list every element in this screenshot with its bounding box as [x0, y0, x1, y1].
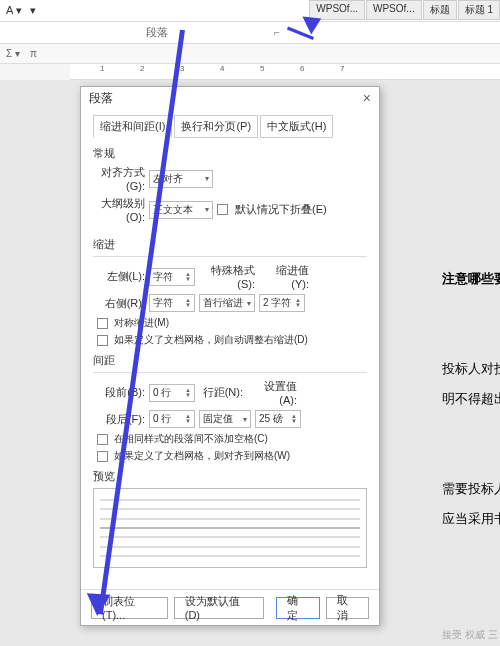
section-indent: 缩进: [93, 237, 367, 252]
outline-select[interactable]: 正文文本▾: [149, 201, 213, 219]
font-color-icon[interactable]: A ▾: [4, 4, 24, 17]
format-toolbar: A ▾ ▾ WPSOf... WPSOf... 标题 标题 1: [0, 0, 500, 22]
ruler-tick: 2: [140, 64, 144, 73]
right-indent-label: 右侧(R):: [93, 296, 145, 311]
before-label: 段前(B):: [93, 385, 145, 400]
by-label: 缩进值(Y):: [259, 263, 309, 290]
special-select[interactable]: 首行缩进▾: [199, 294, 255, 312]
horizontal-ruler[interactable]: 1 2 3 4 5 6 7: [70, 64, 500, 80]
collapse-label: 默认情况下折叠(E): [235, 202, 327, 217]
after-spinner[interactable]: 0 行▲▼: [149, 410, 195, 428]
group-label-paragraph: 段落: [146, 25, 168, 40]
document-text: 投标人对投标: [442, 360, 500, 378]
section-general: 常规: [93, 146, 367, 161]
formula-bar: Σ ▾ π: [0, 44, 500, 64]
same-style-checkbox[interactable]: [97, 434, 108, 445]
ruler-tick: 7: [340, 64, 344, 73]
style-tab[interactable]: WPSOf...: [309, 0, 365, 20]
right-indent-spinner[interactable]: 字符▲▼: [149, 294, 195, 312]
ruler-tick: 3: [180, 64, 184, 73]
watermark: 接受 权威 三: [442, 628, 498, 642]
paragraph-dialog: 段落 × 缩进和间距(I) 换行和分页(P) 中文版式(H) 常规 对齐方式(G…: [80, 86, 380, 626]
at-spinner[interactable]: 25 磅▲▼: [255, 410, 301, 428]
at-label: 设置值(A):: [247, 379, 297, 406]
cancel-button[interactable]: 取消: [326, 597, 369, 619]
tab-line-page-breaks[interactable]: 换行和分页(P): [174, 115, 258, 138]
outline-label: 大纲级别(O):: [93, 196, 145, 223]
special-label: 特殊格式(S):: [199, 263, 255, 290]
auto-right-indent-label: 如果定义了文档网格，则自动调整右缩进(D): [114, 333, 308, 347]
section-spacing: 间距: [93, 353, 367, 368]
dialog-launcher-icon[interactable]: ⌐: [274, 27, 280, 38]
alignment-select[interactable]: 左对齐▾: [149, 170, 213, 188]
ok-button[interactable]: 确定: [276, 597, 319, 619]
close-icon[interactable]: ×: [363, 90, 371, 106]
style-tabs: WPSOf... WPSOf... 标题 标题 1: [309, 0, 500, 20]
preview-box: [93, 488, 367, 568]
alignment-label: 对齐方式(G):: [93, 165, 145, 192]
after-label: 段后(F):: [93, 412, 145, 427]
document-text: 明不得超出投: [442, 390, 500, 408]
sum-icon[interactable]: Σ ▾: [6, 48, 20, 59]
ruler-tick: 4: [220, 64, 224, 73]
document-text: 注意哪些要点: [442, 270, 500, 288]
snap-grid-label: 如果定义了文档网格，则对齐到网格(W): [114, 449, 290, 463]
tab-indent-spacing[interactable]: 缩进和间距(I): [93, 115, 172, 138]
dialog-title: 段落: [89, 90, 113, 107]
by-spinner[interactable]: 2 字符▲▼: [259, 294, 305, 312]
chevron-down-icon: ▾: [205, 205, 209, 214]
tabs-button[interactable]: 制表位(T)...: [91, 597, 168, 619]
pi-icon[interactable]: π: [30, 48, 37, 59]
dialog-titlebar: 段落 ×: [81, 87, 379, 109]
dialog-tabs: 缩进和间距(I) 换行和分页(P) 中文版式(H): [93, 115, 367, 138]
style-tab[interactable]: 标题: [423, 0, 457, 20]
snap-grid-checkbox[interactable]: [97, 451, 108, 462]
left-indent-spinner[interactable]: 字符▲▼: [149, 268, 195, 286]
collapse-checkbox[interactable]: [217, 204, 228, 215]
style-tab[interactable]: 标题 1: [458, 0, 500, 20]
document-text: 需要投标人作: [442, 480, 500, 498]
line-spacing-label: 行距(N):: [199, 385, 243, 400]
ruler-tick: 6: [300, 64, 304, 73]
same-style-label: 在相同样式的段落间不添加空格(C): [114, 432, 268, 446]
highlight-icon[interactable]: ▾: [28, 4, 38, 17]
section-preview: 预览: [93, 469, 367, 484]
chevron-down-icon: ▾: [205, 174, 209, 183]
set-default-button[interactable]: 设为默认值(D): [174, 597, 264, 619]
mirror-label: 对称缩进(M): [114, 316, 169, 330]
before-spinner[interactable]: 0 行▲▼: [149, 384, 195, 402]
mirror-checkbox[interactable]: [97, 318, 108, 329]
tab-asian-typography[interactable]: 中文版式(H): [260, 115, 333, 138]
document-text: 应当采用书面: [442, 510, 500, 528]
left-indent-label: 左侧(L):: [93, 269, 145, 284]
auto-right-indent-checkbox[interactable]: [97, 335, 108, 346]
ruler-tick: 1: [100, 64, 104, 73]
style-tab[interactable]: WPSOf...: [366, 0, 422, 20]
ruler-tick: 5: [260, 64, 264, 73]
ribbon-group-row: 段落 ⌐: [0, 22, 500, 44]
line-spacing-select[interactable]: 固定值▾: [199, 410, 251, 428]
dialog-footer: 制表位(T)... 设为默认值(D) 确定 取消: [81, 589, 379, 625]
